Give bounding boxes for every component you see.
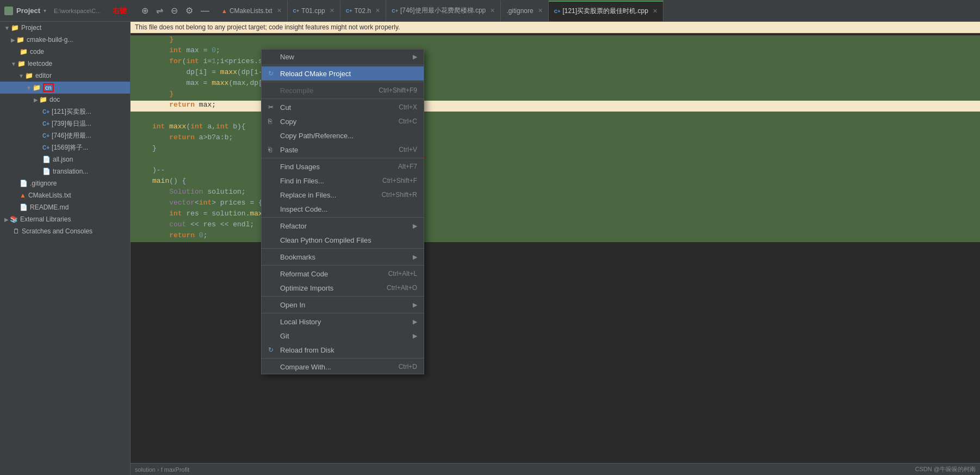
menu-inspect-code-label: Inspect Code... xyxy=(280,205,327,213)
menu-item-open-in[interactable]: Open In ▶ xyxy=(262,298,424,312)
menu-item-find-usages[interactable]: Find Usages Alt+F7 xyxy=(262,159,424,174)
cmake-tab-close[interactable]: ✕ xyxy=(277,7,282,14)
menu-item-refactor[interactable]: Refactor ▶ xyxy=(262,219,424,233)
t121-tab-icon: C+ xyxy=(554,9,561,14)
menu-compare-with-label: Compare With... xyxy=(280,363,331,371)
t746-tab-label: [746]使用最小花费爬楼梯.cpp xyxy=(400,6,486,15)
menu-refactor-label: Refactor xyxy=(280,222,307,230)
tab-t121[interactable]: C+ [121]买卖股票的最佳时机.cpp ✕ xyxy=(549,1,663,21)
menu-item-copy-path[interactable]: Copy Path/Reference... xyxy=(262,128,424,143)
sidebar-item-cmake-build[interactable]: ▶ 📁 cmake-build-g... xyxy=(0,34,130,46)
sidebar-scratches-label: Scratches and Consoles xyxy=(22,227,92,235)
t01-tab-close[interactable]: ✕ xyxy=(330,7,334,14)
sidebar-1569-label: [1569]将子... xyxy=(52,143,88,152)
cn-label-redbox: cn xyxy=(43,83,54,92)
arrow-icon: ▶ xyxy=(11,37,15,43)
sidebar-item-121[interactable]: C+ [121]买卖股... xyxy=(0,106,130,118)
sync-icon[interactable]: ⇌ xyxy=(154,4,165,17)
menu-item-cut[interactable]: ✂ Cut Ctrl+X xyxy=(262,100,424,114)
project-dropdown-arrow[interactable]: ▾ xyxy=(44,8,46,14)
menu-item-compare-with[interactable]: Compare With... Ctrl+D xyxy=(262,360,424,374)
t121-tab-label: [121]买卖股票的最佳时机.cpp xyxy=(562,7,648,16)
sidebar-item-external-libs[interactable]: ▶ 📚 External Libraries xyxy=(0,213,130,225)
menu-item-recompile[interactable]: Recompile Ctrl+Shift+F9 xyxy=(262,83,424,97)
gitignore-tab-close[interactable]: ✕ xyxy=(538,7,543,14)
copy-shortcut: Ctrl+C xyxy=(399,118,417,125)
reload-disk-icon: ↻ xyxy=(268,346,278,354)
menu-item-reformat-code[interactable]: Reformat Code Ctrl+Alt+L xyxy=(262,267,424,281)
sidebar-item-cn[interactable]: ▼ 📁 cn xyxy=(0,82,130,94)
tab-gitignore[interactable]: .gitignore ✕ xyxy=(501,1,548,21)
sidebar-editor-label: editor xyxy=(35,72,52,79)
menu-item-reload-disk[interactable]: ↻ Reload from Disk xyxy=(262,343,424,357)
sidebar-item-project[interactable]: ▼ 📁 Project xyxy=(0,22,130,34)
menu-recompile-label: Recompile xyxy=(280,87,313,95)
menu-clean-python-label: Clean Python Compiled Files xyxy=(280,236,371,244)
menu-item-git[interactable]: Git ▶ xyxy=(262,329,424,343)
menu-item-new[interactable]: New ▶ xyxy=(262,50,424,64)
tab-t746[interactable]: C+ [746]使用最小花费爬楼梯.cpp ✕ xyxy=(386,1,501,21)
menu-item-local-history[interactable]: Local History ▶ xyxy=(262,314,424,329)
menu-item-reload-cmake[interactable]: ↻ Reload CMake Project xyxy=(262,66,424,81)
sidebar-item-1569[interactable]: C+ [1569]将子... xyxy=(0,141,130,153)
t746-tab-close[interactable]: ✕ xyxy=(490,7,495,14)
sidebar-item-leetcode[interactable]: ▼ 📁 leetcode xyxy=(0,58,130,70)
arrow-icon: ▶ xyxy=(34,97,38,103)
t746-tab-icon: C+ xyxy=(392,8,398,14)
sidebar-item-alljson[interactable]: 📄 all.json xyxy=(0,153,130,165)
minimize-icon[interactable]: — xyxy=(199,5,212,17)
settings-icon[interactable]: ⚙ xyxy=(183,4,195,17)
tab-t01[interactable]: C+ T01.cpp ✕ xyxy=(288,1,340,21)
sidebar-item-translation[interactable]: 📄 translation... xyxy=(0,165,130,177)
copy-icon: ⎘ xyxy=(268,118,278,125)
menu-item-paste[interactable]: ⎗ Paste Ctrl+V xyxy=(262,143,424,157)
menu-item-bookmarks[interactable]: Bookmarks ▶ xyxy=(262,250,424,264)
menu-copy-label: Copy xyxy=(280,118,296,126)
cmake-tab-label: CMakeLists.txt xyxy=(230,7,272,15)
menu-item-find-in-files[interactable]: Find in Files... Ctrl+Shift+F xyxy=(262,174,424,188)
navigate-icon[interactable]: ⊕ xyxy=(139,4,151,17)
translation-file-icon: 📄 xyxy=(42,168,51,175)
arrow-icon: ▼ xyxy=(4,25,10,31)
sidebar-item-editor[interactable]: ▼ 📁 editor xyxy=(0,70,130,82)
tab-cmake[interactable]: ▲ CMakeLists.txt ✕ xyxy=(216,1,288,21)
sidebar-item-739[interactable]: C+ [739]每日温... xyxy=(0,118,130,129)
menu-reformat-code-label: Reformat Code xyxy=(280,270,328,278)
tab-t02[interactable]: C+ T02.h ✕ xyxy=(340,1,386,21)
menu-replace-in-files-label: Replace in Files... xyxy=(280,191,336,199)
paste-icon: ⎗ xyxy=(268,146,278,153)
sidebar-item-gitignore[interactable]: 📄 .gitignore xyxy=(0,177,130,189)
menu-item-inspect-code[interactable]: Inspect Code... xyxy=(262,202,424,216)
t02-tab-label: T02.h xyxy=(354,7,371,15)
gitignore-tab-label: .gitignore xyxy=(506,7,533,15)
menu-item-clean-python[interactable]: Clean Python Compiled Files xyxy=(262,233,424,247)
separator xyxy=(262,65,424,65)
git-arrow: ▶ xyxy=(413,332,417,340)
t121-tab-close[interactable]: ✕ xyxy=(653,8,658,15)
find-in-files-shortcut: Ctrl+Shift+F xyxy=(382,177,417,184)
sidebar-item-cmakelists[interactable]: ▲ CMakeLists.txt xyxy=(0,189,130,201)
t01-tab-label: T01.cpp xyxy=(301,7,325,15)
sidebar-item-746[interactable]: C+ [746]使用最... xyxy=(0,129,130,141)
warning-bar: This file does not belong to any project… xyxy=(131,22,980,33)
project-label[interactable]: Project xyxy=(16,7,40,15)
sidebar-item-readme[interactable]: 📄 README.md xyxy=(0,201,130,213)
t02-tab-close[interactable]: ✕ xyxy=(375,7,380,14)
menu-item-copy[interactable]: ⎘ Copy Ctrl+C xyxy=(262,114,424,128)
cpp-icon-121: C+ xyxy=(42,109,49,115)
refactor-arrow: ▶ xyxy=(413,223,417,230)
menu-item-optimize-imports[interactable]: Optimize Imports Ctrl+Alt+O xyxy=(262,281,424,295)
t01-tab-icon: C+ xyxy=(293,8,300,14)
sidebar-item-code[interactable]: 📁 code xyxy=(0,46,130,58)
t02-tab-icon: C+ xyxy=(346,8,352,14)
scratches-icon: 🗒 xyxy=(13,227,20,235)
menu-item-replace-in-files[interactable]: Replace in Files... Ctrl+Shift+R xyxy=(262,188,424,202)
menu-local-history-label: Local History xyxy=(280,318,321,326)
separator5 xyxy=(262,217,424,218)
sidebar-item-scratches[interactable]: 🗒 Scratches and Consoles xyxy=(0,225,130,237)
sidebar-code-label: code xyxy=(30,48,44,55)
code-folder-icon: 📁 xyxy=(20,48,28,55)
main-area: ▼ 📁 Project ▶ 📁 cmake-build-g... 📁 code … xyxy=(0,22,980,475)
pin-icon[interactable]: ⊖ xyxy=(169,4,180,17)
sidebar-item-doc[interactable]: ▶ 📁 doc xyxy=(0,94,130,106)
